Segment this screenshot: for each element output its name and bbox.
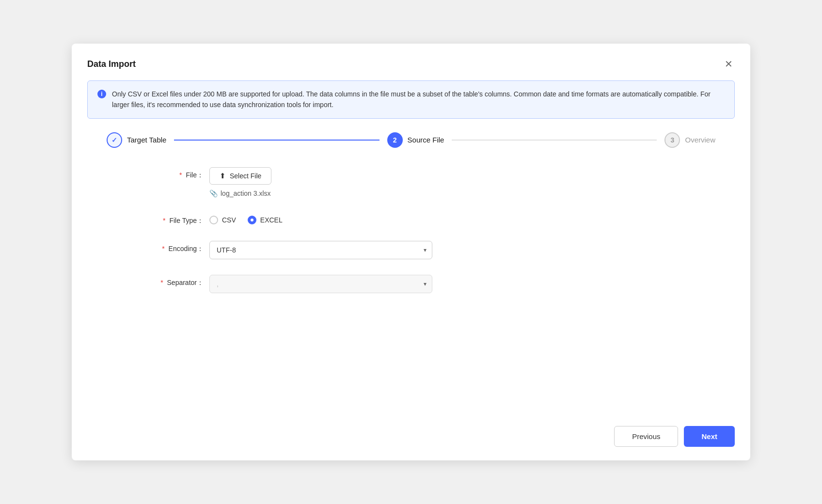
file-type-control: CSV EXCEL	[209, 213, 432, 224]
data-import-modal: Data Import ✕ i Only CSV or Excel files …	[72, 44, 750, 460]
file-type-required-star: *	[163, 217, 165, 224]
file-type-radio-group: CSV EXCEL	[209, 213, 432, 224]
next-button[interactable]: Next	[684, 426, 735, 447]
upload-icon: ⬆	[220, 172, 226, 180]
step-2-label: Source File	[408, 136, 444, 144]
encoding-control: UTF-8 UTF-16 ISO-8859-1 GBK ▾	[209, 241, 432, 259]
info-text: Only CSV or Excel files under 200 MB are…	[112, 89, 725, 110]
modal-title: Data Import	[87, 59, 136, 69]
step-1-circle: ✓	[107, 132, 122, 148]
separator-control: , ; | \t ▾	[209, 275, 432, 293]
step-3-circle: 3	[664, 132, 680, 148]
step-line-2	[452, 140, 657, 141]
step-3-label: Overview	[685, 136, 715, 144]
step-source-file: 2 Source File	[387, 132, 444, 148]
file-label: * File：	[126, 167, 204, 180]
encoding-dropdown-wrapper: UTF-8 UTF-16 ISO-8859-1 GBK ▾	[209, 241, 432, 259]
separator-label: * Separator：	[126, 275, 204, 287]
info-icon: i	[97, 90, 106, 98]
separator-select[interactable]: , ; | \t	[209, 275, 432, 293]
radio-csv[interactable]: CSV	[209, 216, 236, 224]
separator-dropdown-wrapper: , ; | \t ▾	[209, 275, 432, 293]
file-type-label: * File Type：	[126, 213, 204, 225]
encoding-required-star: *	[162, 245, 164, 252]
info-banner: i Only CSV or Excel files under 200 MB a…	[87, 80, 735, 119]
separator-required-star: *	[160, 279, 163, 286]
radio-label-excel: EXCEL	[260, 216, 283, 224]
step-line-1	[174, 140, 379, 141]
file-type-row: * File Type： CSV EXCEL	[126, 213, 696, 225]
steps-indicator: ✓ Target Table 2 Source File 3 Overview	[87, 132, 735, 148]
encoding-label: * Encoding：	[126, 241, 204, 253]
modal-footer: Previous Next	[87, 410, 735, 447]
modal-header: Data Import ✕	[87, 57, 735, 71]
separator-row: * Separator： , ; | \t ▾	[126, 275, 696, 293]
encoding-row: * Encoding： UTF-8 UTF-16 ISO-8859-1 GBK …	[126, 241, 696, 259]
radio-circle-csv[interactable]	[209, 216, 218, 224]
step-target-table: ✓ Target Table	[107, 132, 166, 148]
file-control: ⬆ Select File 📎 log_action 3.xlsx	[209, 167, 432, 197]
file-row: * File： ⬆ Select File 📎 log_action 3.xls…	[126, 167, 696, 197]
previous-button[interactable]: Previous	[614, 426, 678, 447]
step-overview: 3 Overview	[664, 132, 715, 148]
radio-label-csv: CSV	[222, 216, 236, 224]
close-button[interactable]: ✕	[723, 57, 735, 71]
step-2-circle: 2	[387, 132, 403, 148]
step-1-label: Target Table	[127, 136, 166, 144]
select-file-button[interactable]: ⬆ Select File	[209, 167, 271, 185]
form-body: * File： ⬆ Select File 📎 log_action 3.xls…	[87, 167, 735, 410]
file-required-star: *	[179, 171, 182, 179]
paperclip-icon: 📎	[209, 189, 218, 197]
radio-excel[interactable]: EXCEL	[248, 216, 283, 224]
radio-circle-excel[interactable]	[248, 216, 256, 224]
encoding-select[interactable]: UTF-8 UTF-16 ISO-8859-1 GBK	[209, 241, 432, 259]
attached-file: 📎 log_action 3.xlsx	[209, 189, 432, 197]
